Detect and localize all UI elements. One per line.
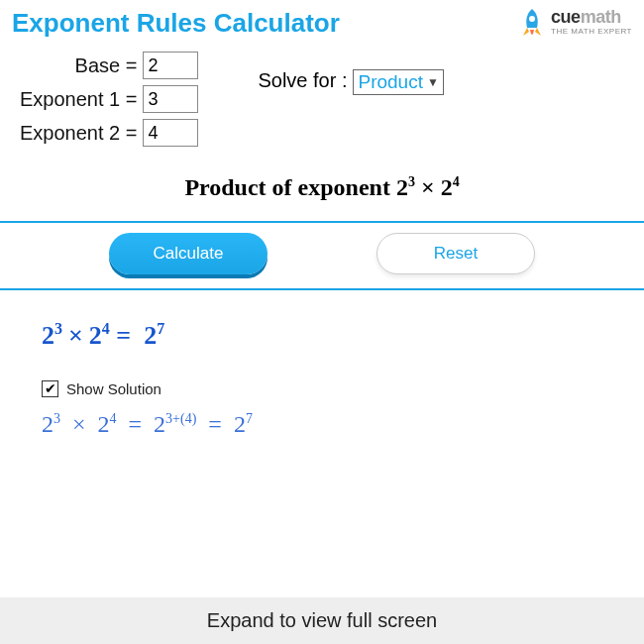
- brand-tagline: THE MATH EXPERT: [551, 28, 632, 36]
- exponent2-input[interactable]: [143, 119, 198, 147]
- calculate-button[interactable]: Calculate: [109, 233, 268, 274]
- base-label: Base =: [75, 54, 138, 77]
- solve-for-label: Solve for :: [258, 69, 347, 92]
- reset-button[interactable]: Reset: [376, 233, 535, 274]
- exponent2-label: Exponent 2 =: [20, 122, 137, 145]
- solution-equation: 23 × 24 = 23+(4) = 27: [0, 397, 644, 438]
- chevron-down-icon: ▼: [427, 75, 439, 89]
- result-equation: 23×24 = 27: [0, 290, 644, 351]
- button-bar: Calculate Reset: [0, 221, 644, 290]
- show-solution-checkbox[interactable]: ✔: [42, 380, 58, 397]
- exponent1-input[interactable]: [143, 85, 198, 113]
- exponent1-label: Exponent 1 =: [20, 88, 137, 111]
- rocket-icon: [517, 8, 547, 42]
- brand-text-a: cue: [551, 7, 581, 27]
- base-input[interactable]: [143, 52, 198, 79]
- solve-for-value: Product: [358, 71, 422, 93]
- solve-for-select[interactable]: Product ▼: [353, 69, 443, 95]
- show-solution-label: Show Solution: [66, 380, 161, 397]
- expand-fullscreen-button[interactable]: Expand to view full screen: [0, 597, 644, 644]
- svg-point-0: [529, 16, 535, 22]
- brand-logo: cuemath THE MATH EXPERT: [517, 8, 632, 42]
- check-icon: ✔: [45, 381, 56, 395]
- page-title: Exponent Rules Calculator: [12, 8, 340, 39]
- main-equation: Product of exponent 23 × 24: [0, 174, 644, 201]
- brand-text-b: math: [581, 7, 621, 27]
